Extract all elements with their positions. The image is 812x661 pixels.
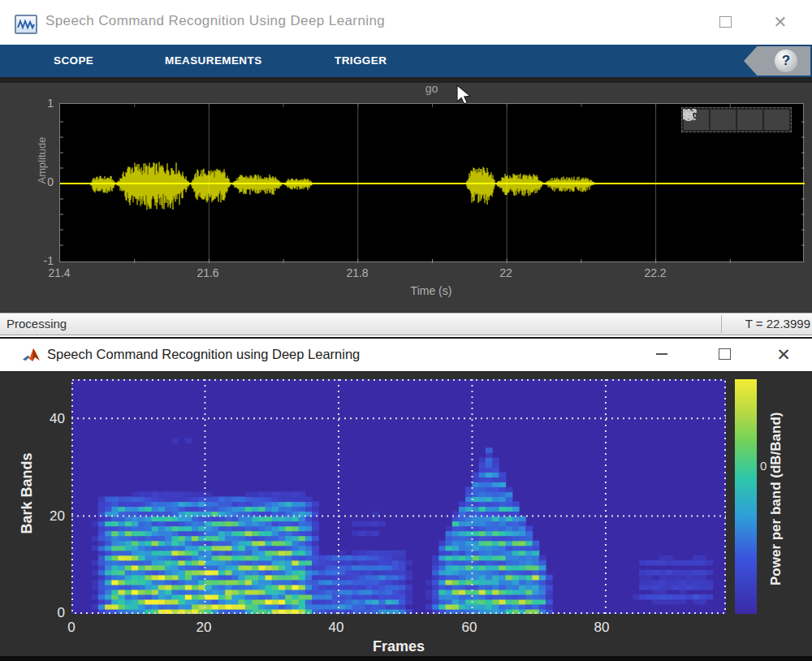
scope-xlabel: Time (s) xyxy=(370,284,492,297)
scope-plot-toolbar xyxy=(681,107,792,132)
spectrogram-axes[interactable] xyxy=(71,379,726,614)
spectrogram-figure-region: Bark Bands 40 20 0 0 20 40 60 80 Frames … xyxy=(0,371,812,661)
zoom-in-icon[interactable] xyxy=(737,110,762,130)
help-badge[interactable]: ? xyxy=(744,46,810,76)
scope-ytick-1: 1 xyxy=(29,97,54,110)
timescope-waveform-icon xyxy=(15,15,37,34)
scope-ytick-0: 0 xyxy=(29,175,54,188)
scope-close-button[interactable]: ✕ xyxy=(767,10,794,34)
status-processing: Processing xyxy=(6,313,67,335)
figure-window-titlebar[interactable]: Speech Command Recognition using Deep Le… xyxy=(0,337,812,371)
spec-ytick-0: 0 xyxy=(37,605,65,621)
scope-ribbon: SCOPE MEASUREMENTS TRIGGER ? xyxy=(0,45,812,77)
status-time: T = 22.3999 xyxy=(721,315,812,333)
spectrogram-chart xyxy=(71,379,726,614)
mouse-cursor-icon xyxy=(456,84,474,106)
figure-minimize-button[interactable] xyxy=(647,340,676,368)
colorbar-label: Power per band (dB/Band) xyxy=(768,389,804,608)
close-icon: ✕ xyxy=(776,346,791,363)
tab-trigger[interactable]: TRIGGER xyxy=(335,45,387,77)
waveform-plot-area[interactable] xyxy=(59,103,804,262)
scope-xtick-21-6: 21.6 xyxy=(184,266,232,279)
scope-statusbar: Processing T = 22.3999 xyxy=(0,313,812,335)
scope-window-titlebar[interactable]: Speech Command Recognition Using Deep Le… xyxy=(0,0,812,45)
spec-xtick-0: 0 xyxy=(54,620,89,636)
scope-xtick-22: 22 xyxy=(482,266,530,279)
fit-to-view-icon[interactable] xyxy=(764,110,789,130)
figure-bottom-edge xyxy=(0,656,812,661)
desktop: Speech Command Recognition Using Deep Le… xyxy=(0,0,812,661)
spectrogram-xlabel: Frames xyxy=(317,638,480,655)
spec-xtick-80: 80 xyxy=(584,620,620,636)
maximize-icon xyxy=(719,16,732,28)
maximize-icon xyxy=(719,348,731,360)
scope-maximize-button[interactable] xyxy=(711,10,739,34)
scope-window-title: Speech Command Recognition Using Deep Le… xyxy=(45,13,385,29)
spec-ytick-20: 20 xyxy=(37,508,65,525)
tab-scope[interactable]: SCOPE xyxy=(54,45,93,77)
colorbar-tick-0: 0 xyxy=(760,459,767,473)
figure-maximize-button[interactable] xyxy=(710,340,739,368)
scope-ytick-neg1: -1 xyxy=(29,254,54,267)
pan-hand-icon[interactable] xyxy=(710,110,736,130)
spec-xtick-60: 60 xyxy=(451,620,487,636)
colorbar xyxy=(735,379,757,614)
help-icon: ? xyxy=(775,50,797,72)
scope-plot-region: go Amplitude 1 0 -1 21.4 2 xyxy=(0,77,812,313)
minimize-icon xyxy=(656,353,667,355)
scope-xtick-21-8: 21.8 xyxy=(333,266,382,279)
figure-close-button[interactable]: ✕ xyxy=(769,340,798,368)
spectrogram-ylabel: Bark Bands xyxy=(19,441,36,547)
scope-xtick-21-4: 21.4 xyxy=(35,266,84,279)
scope-xtick-22-2: 22.2 xyxy=(631,266,680,279)
tab-measurements[interactable]: MEASUREMENTS xyxy=(165,45,262,77)
detected-word-title: go xyxy=(59,82,804,95)
figure-window-title: Speech Command Recognition using Deep Le… xyxy=(47,347,360,362)
spec-ytick-40: 40 xyxy=(37,411,65,427)
close-icon: ✕ xyxy=(774,14,788,30)
spec-xtick-20: 20 xyxy=(186,620,222,636)
spec-xtick-40: 40 xyxy=(318,620,354,636)
matlab-logo-icon xyxy=(22,346,41,365)
